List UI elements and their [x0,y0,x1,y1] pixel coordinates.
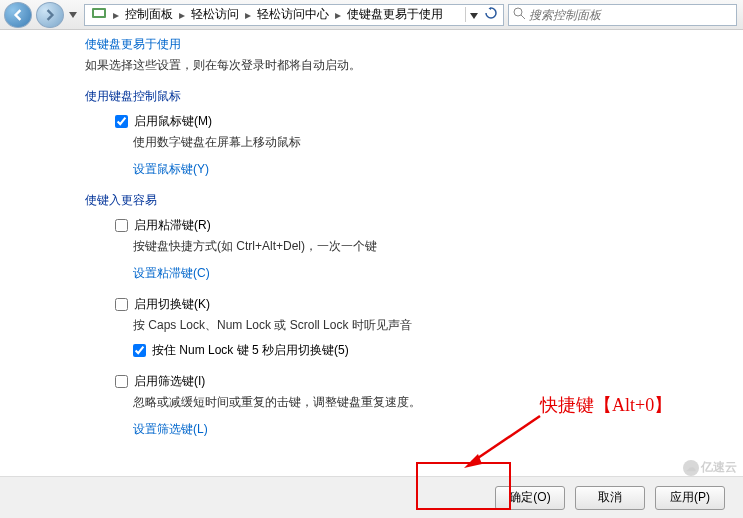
label-togglekeys: 启用切换键(K) [134,296,210,313]
cloud-icon: ☁ [683,460,699,476]
search-icon [509,7,525,23]
option-filterkeys[interactable]: 启用筛选键(I) [115,373,723,390]
label-numlock5sec: 按住 Num Lock 键 5 秒启用切换键(5) [152,342,349,359]
svg-point-2 [514,8,522,16]
desc-mousekeys: 使用数字键盘在屏幕上移动鼠标 [133,134,723,151]
chevron-icon: ▸ [111,8,121,22]
crumb-2[interactable]: 轻松访问 [187,6,243,23]
refresh-dropdown[interactable] [465,7,501,22]
crumb-3[interactable]: 轻松访问中心 [253,6,333,23]
chevron-icon: ▸ [333,8,343,22]
nav-bar: ▸ 控制面板 ▸ 轻松访问 ▸ 轻松访问中心 ▸ 使键盘更易于使用 [0,0,743,30]
label-stickykeys: 启用粘滞键(R) [134,217,211,234]
section-typing-title: 使键入更容易 [85,192,723,209]
label-mousekeys: 启用鼠标键(M) [134,113,212,130]
link-mousekeys-settings[interactable]: 设置鼠标键(Y) [133,161,723,178]
desc-filterkeys: 忽略或减缓短时间或重复的击键，调整键盘重复速度。 [133,394,723,411]
chevron-icon: ▸ [243,8,253,22]
breadcrumb[interactable]: ▸ 控制面板 ▸ 轻松访问 ▸ 轻松访问中心 ▸ 使键盘更易于使用 [84,4,504,26]
section-mouse-title: 使用键盘控制鼠标 [85,88,723,105]
forward-button[interactable] [36,2,64,28]
bottom-bar: 确定(O) 取消 应用(P) [0,476,743,518]
control-panel-icon [87,5,111,24]
sub-option-numlock[interactable]: 按住 Num Lock 键 5 秒启用切换键(5) [133,342,723,359]
content-area: 使键盘更易于使用 如果选择这些设置，则在每次登录时都将自动启动。 使用键盘控制鼠… [0,30,743,470]
watermark-text: 亿速云 [701,459,737,476]
crumb-4[interactable]: 使键盘更易于使用 [343,6,447,23]
svg-rect-1 [94,10,104,16]
back-button[interactable] [4,2,32,28]
page-title-link[interactable]: 使键盘更易于使用 [85,36,723,53]
option-stickykeys[interactable]: 启用粘滞键(R) [115,217,723,234]
checkbox-numlock5sec[interactable] [133,344,146,357]
checkbox-filterkeys[interactable] [115,375,128,388]
link-filterkeys-settings[interactable]: 设置筛选键(L) [133,421,723,438]
option-togglekeys[interactable]: 启用切换键(K) [115,296,723,313]
page-description: 如果选择这些设置，则在每次登录时都将自动启动。 [85,57,723,74]
watermark: ☁ 亿速云 [683,459,737,476]
search-input[interactable] [525,8,736,22]
checkbox-stickykeys[interactable] [115,219,128,232]
desc-togglekeys: 按 Caps Lock、Num Lock 或 Scroll Lock 时听见声音 [133,317,723,334]
checkbox-togglekeys[interactable] [115,298,128,311]
chevron-icon: ▸ [177,8,187,22]
crumb-1[interactable]: 控制面板 [121,6,177,23]
ok-button[interactable]: 确定(O) [495,486,565,510]
apply-button[interactable]: 应用(P) [655,486,725,510]
label-filterkeys: 启用筛选键(I) [134,373,205,390]
cancel-button[interactable]: 取消 [575,486,645,510]
search-box[interactable] [508,4,737,26]
link-stickykeys-settings[interactable]: 设置粘滞键(C) [133,265,723,282]
checkbox-mousekeys[interactable] [115,115,128,128]
option-mousekeys[interactable]: 启用鼠标键(M) [115,113,723,130]
desc-stickykeys: 按键盘快捷方式(如 Ctrl+Alt+Del)，一次一个键 [133,238,723,255]
history-dropdown[interactable] [66,5,80,25]
